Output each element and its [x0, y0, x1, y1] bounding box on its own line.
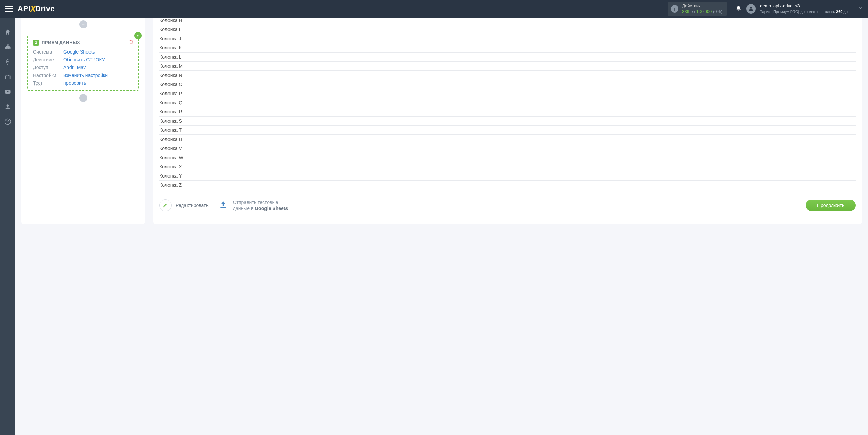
- logo-post: Drive: [35, 4, 55, 13]
- connections-icon[interactable]: [4, 43, 12, 51]
- column-row[interactable]: Колонка K: [159, 43, 856, 53]
- upload-icon: [219, 200, 228, 210]
- menu-icon[interactable]: [5, 6, 13, 12]
- column-row[interactable]: Колонка M: [159, 62, 856, 71]
- column-row[interactable]: Колонка U: [159, 135, 856, 144]
- right-panel: Колонка HКолонка IКолонка JКолонка KКоло…: [153, 18, 862, 224]
- actions-used: 336: [682, 9, 689, 14]
- edit-button[interactable]: Редактировать: [159, 199, 209, 211]
- logo-pre: API: [18, 4, 31, 13]
- column-list: Колонка HКолонка IКолонка JКолонка KКоло…: [153, 18, 862, 189]
- label-action: Действие: [33, 57, 63, 62]
- step-title: ПРИЕМ ДАННЫХ: [42, 40, 80, 45]
- left-panel: + 3 ПРИЕМ ДАННЫХ Система Google Sheets Д…: [21, 18, 145, 224]
- home-icon[interactable]: [4, 28, 12, 36]
- step-card: 3 ПРИЕМ ДАННЫХ Система Google Sheets Дей…: [27, 35, 139, 91]
- column-row[interactable]: Колонка I: [159, 25, 856, 34]
- column-row[interactable]: Колонка Z: [159, 181, 856, 189]
- actions-label: Действия:: [682, 3, 722, 9]
- send-test-label: Отправить тестовые данные в Google Sheet…: [233, 199, 288, 211]
- column-row[interactable]: Колонка T: [159, 126, 856, 135]
- sidebar: [0, 18, 15, 435]
- column-row[interactable]: Колонка V: [159, 144, 856, 153]
- send-test-button[interactable]: Отправить тестовые данные в Google Sheet…: [219, 199, 288, 211]
- value-action[interactable]: Обновить СТРОКУ: [63, 57, 134, 62]
- video-icon[interactable]: [4, 88, 12, 96]
- svg-point-2: [6, 104, 9, 107]
- actions-of: из: [690, 9, 695, 14]
- column-row[interactable]: Колонка N: [159, 71, 856, 80]
- column-row[interactable]: Колонка J: [159, 34, 856, 43]
- pencil-icon: [159, 199, 172, 211]
- delete-step-button[interactable]: [129, 39, 134, 46]
- value-settings[interactable]: изменить настройки: [63, 72, 134, 78]
- label-settings: Настройки: [33, 72, 63, 78]
- add-step-bottom-button[interactable]: +: [79, 94, 87, 102]
- column-row[interactable]: Колонка X: [159, 162, 856, 171]
- briefcase-icon[interactable]: [4, 73, 12, 81]
- actions-pct: (0%): [713, 9, 722, 14]
- column-row[interactable]: Колонка Y: [159, 171, 856, 181]
- info-icon: i: [671, 5, 678, 13]
- label-test: Тест: [33, 80, 63, 86]
- logo[interactable]: API X Drive: [18, 4, 55, 14]
- bottom-bar: Редактировать Отправить тестовые данные …: [153, 193, 862, 211]
- step-number: 3: [33, 40, 39, 46]
- user-menu[interactable]: demo_apix-drive_s3 Тариф |Премиум PRO| д…: [746, 3, 848, 14]
- bell-icon[interactable]: [736, 5, 742, 13]
- label-access: Доступ: [33, 65, 63, 70]
- check-icon: [134, 32, 142, 39]
- actions-counter[interactable]: i Действия: 336 из 100'000 (0%): [668, 2, 727, 16]
- column-row[interactable]: Колонка Q: [159, 98, 856, 107]
- avatar-icon: [746, 4, 756, 14]
- label-system: Система: [33, 49, 63, 55]
- plan-text: Тариф |Премиум PRO| до оплаты осталось 2…: [760, 9, 848, 14]
- value-system[interactable]: Google Sheets: [63, 49, 134, 55]
- column-row[interactable]: Колонка R: [159, 107, 856, 117]
- column-row[interactable]: Колонка L: [159, 53, 856, 62]
- value-access[interactable]: Andrii Mav: [63, 65, 134, 70]
- help-icon[interactable]: [4, 118, 12, 125]
- continue-button[interactable]: Продолжить: [806, 200, 856, 211]
- column-row[interactable]: Колонка P: [159, 89, 856, 98]
- actions-total: 100'000: [696, 9, 712, 14]
- column-row[interactable]: Колонка O: [159, 80, 856, 89]
- top-bar: API X Drive i Действия: 336 из 100'000 (…: [0, 0, 868, 18]
- column-row[interactable]: Колонка W: [159, 153, 856, 162]
- column-row[interactable]: Колонка H: [159, 18, 856, 25]
- username: demo_apix-drive_s3: [760, 3, 848, 9]
- edit-label: Редактировать: [176, 203, 209, 208]
- billing-icon[interactable]: [4, 58, 12, 66]
- column-row[interactable]: Колонка S: [159, 117, 856, 126]
- value-test[interactable]: проверить: [63, 80, 134, 86]
- user-icon[interactable]: [4, 103, 12, 110]
- add-step-top-button[interactable]: +: [79, 20, 87, 28]
- chevron-down-icon[interactable]: [858, 6, 863, 12]
